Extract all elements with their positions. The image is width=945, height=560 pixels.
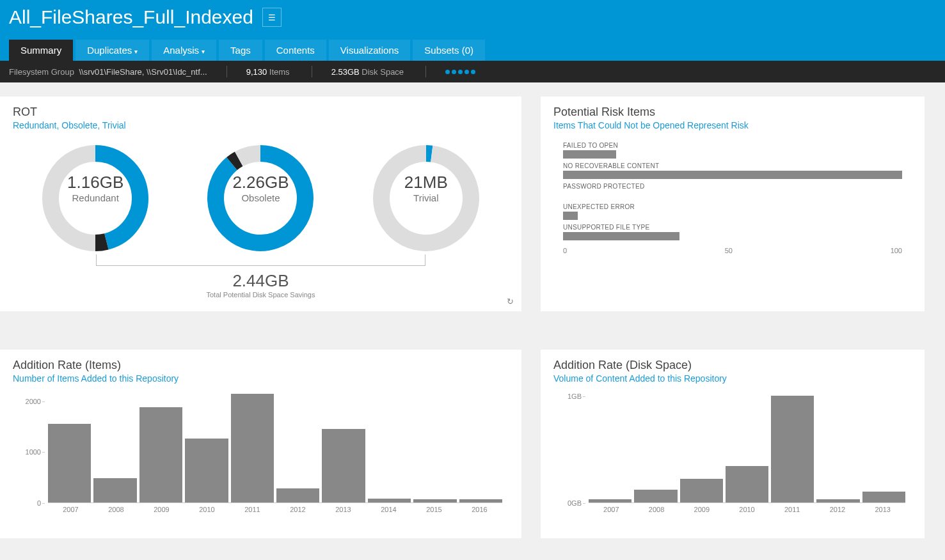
bar: [322, 429, 365, 502]
risk-row: UNSUPPORTED FILE TYPE: [563, 224, 902, 240]
savings-label: Total Potential Disk Space Savings: [13, 291, 509, 299]
bar: [48, 424, 91, 502]
y-tick: 0GB: [568, 499, 582, 507]
risk-bar: [563, 232, 679, 240]
y-tick: 1GB: [568, 393, 582, 400]
tab-tags[interactable]: Tags: [219, 40, 262, 61]
risk-label: FAILED TO OPEN: [563, 142, 902, 149]
tab-subsets[interactable]: Subsets (0): [413, 40, 485, 61]
panel-subtitle[interactable]: Number of Items Added to this Repository: [13, 373, 509, 384]
risk-row: NO RECOVERABLE CONTENT: [563, 162, 902, 179]
x-axis: 2007200820092010201120122013201420152016: [48, 506, 502, 513]
panel-subtitle[interactable]: Items That Could Not be Opened Represent…: [553, 120, 912, 130]
risk-label: PASSWORD PROTECTED: [563, 183, 902, 190]
tab-visualizations[interactable]: Visualizations: [329, 40, 410, 61]
risk-label: NO RECOVERABLE CONTENT: [563, 162, 902, 169]
y-tick: 0: [37, 499, 41, 507]
risk-row: PASSWORD PROTECTED: [563, 183, 902, 199]
risk-panel: Potential Risk Items Items That Could No…: [541, 97, 925, 311]
risk-label: UNSUPPORTED FILE TYPE: [563, 224, 902, 231]
header-bar: All_FileShares_Full_Indexed ☰ Summary Du…: [0, 0, 945, 61]
risk-label: UNEXPECTED ERROR: [563, 203, 902, 210]
y-tick: 2000: [26, 398, 41, 405]
addition-disk-panel: Addition Rate (Disk Space) Volume of Con…: [541, 350, 925, 538]
bar: [862, 492, 905, 502]
divider: [312, 66, 312, 77]
panel-title: Addition Rate (Disk Space): [553, 359, 912, 372]
bar: [680, 479, 723, 502]
info-label: Disk Space: [361, 67, 404, 77]
disk-space: 2.53GB Disk Space: [331, 67, 406, 77]
bar: [93, 478, 136, 502]
panel-title: Addition Rate (Items): [13, 359, 509, 372]
tab-contents[interactable]: Contents: [265, 40, 326, 61]
bar: [185, 439, 228, 502]
tab-label: Analysis: [163, 45, 199, 56]
bar: [139, 407, 182, 502]
tab-label: Duplicates: [87, 45, 132, 56]
risk-bar: [563, 212, 578, 220]
bar: [726, 466, 768, 502]
donut-trivial: 21MBTrivial: [369, 141, 484, 258]
tab-duplicates[interactable]: Duplicates▾: [75, 40, 149, 61]
info-value: 2.53GB: [331, 67, 360, 77]
filesystem-group: Filesystem Group \\srv01\FileShare, \\Sr…: [9, 67, 207, 77]
tab-label: Summary: [20, 45, 61, 56]
risk-row: FAILED TO OPEN: [563, 142, 902, 159]
refresh-icon[interactable]: ↻: [507, 297, 514, 306]
bar: [368, 499, 411, 502]
divider: [226, 66, 227, 77]
donut-label: Trivial: [369, 192, 484, 203]
bar-area: [48, 391, 502, 503]
divider: [425, 66, 426, 77]
y-tick: 1000: [26, 448, 41, 456]
info-label: Items: [269, 67, 290, 77]
header-menu-button[interactable]: ☰: [262, 8, 282, 27]
bar-area: [589, 391, 905, 503]
donut-label: Obsolete: [203, 192, 318, 203]
chevron-down-icon: ▾: [134, 48, 138, 55]
donut-value: 2.26GB: [203, 173, 318, 192]
bar: [634, 490, 677, 502]
donut-label: Redundant: [38, 192, 153, 203]
donut-obsolete: 2.26GBObsolete: [203, 141, 318, 258]
donut-value: 1.16GB: [38, 173, 153, 192]
tab-summary[interactable]: Summary: [9, 40, 73, 61]
donut-value: 21MB: [369, 173, 484, 192]
bar: [589, 499, 631, 502]
panel-title: ROT: [13, 105, 509, 119]
x-axis: 2007200820092010201120122013: [589, 506, 905, 513]
donut-redundant: 1.16GBRedundant: [38, 141, 153, 258]
panel-subtitle[interactable]: Volume of Content Added to this Reposito…: [553, 373, 912, 384]
panel-title: Potential Risk Items: [553, 105, 912, 119]
chevron-down-icon: ▾: [202, 48, 205, 55]
savings-value: 2.44GB: [13, 271, 509, 291]
bar: [459, 499, 502, 502]
tab-bar: Summary Duplicates▾ Analysis▾ Tags Conte…: [9, 40, 936, 61]
bar: [771, 396, 814, 502]
tab-label: Contents: [276, 45, 315, 56]
panel-subtitle[interactable]: Redundant, Obsolete, Trivial: [13, 120, 509, 130]
risk-bar: [563, 171, 902, 179]
tab-label: Tags: [230, 45, 251, 56]
info-bar: Filesystem Group \\srv01\FileShare, \\Sr…: [0, 61, 945, 82]
tab-analysis[interactable]: Analysis▾: [152, 40, 216, 61]
risk-row: UNEXPECTED ERROR: [563, 203, 902, 220]
addition-items-panel: Addition Rate (Items) Number of Items Ad…: [0, 350, 521, 538]
info-label: Filesystem Group: [9, 67, 74, 77]
hamburger-icon: ☰: [268, 13, 276, 22]
info-value: \\srv01\FileShare, \\Srv01\Idc_ntf...: [79, 67, 207, 77]
tab-label: Visualizations: [340, 45, 399, 56]
progress-dots-icon: [445, 70, 475, 74]
bar: [276, 488, 319, 502]
bar: [231, 394, 274, 502]
bar: [816, 499, 859, 502]
info-value: 9,130: [246, 67, 267, 77]
page-title: All_FileShares_Full_Indexed: [9, 6, 253, 28]
risk-bar: [563, 150, 616, 159]
risk-axis: 050100: [553, 244, 912, 254]
rot-panel: ROT Redundant, Obsolete, Trivial 1.16GBR…: [0, 97, 521, 311]
item-count: 9,130 Items: [246, 67, 292, 77]
tab-label: Subsets (0): [424, 45, 473, 56]
bar: [413, 499, 456, 502]
